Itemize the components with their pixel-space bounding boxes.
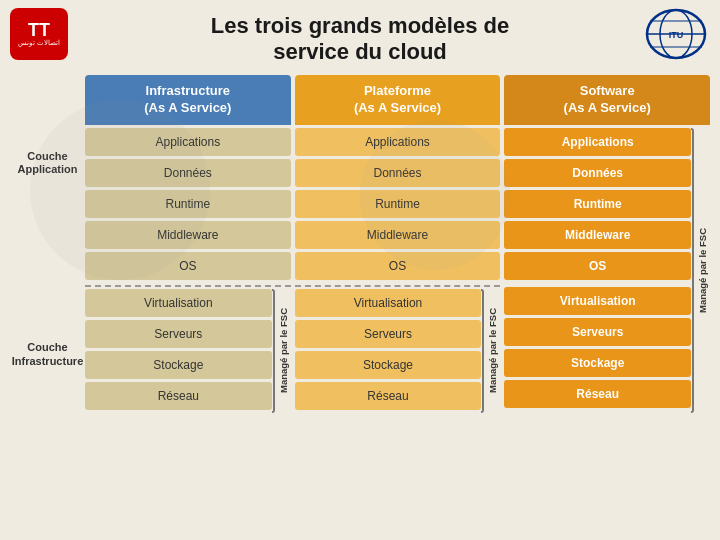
saas-cells: Applications Données Runtime Middleware … [504,128,691,413]
paas-managed-brace: Managé par le FSC [481,289,500,413]
side-labels: Couche Application Couche Infrastructure [10,75,85,413]
tt-logo-arabic: اتصالات تونس [18,39,60,47]
iaas-donnees: Données [85,159,291,187]
iaas-managed-brace: Managé par le FSC [272,289,291,413]
couche-application-label: Couche Application [10,150,85,176]
saas-reseau: Réseau [504,380,691,408]
title-line2: service du cloud [211,39,509,65]
main-content: Couche Application Couche Infrastructure… [0,75,720,418]
saas-managed-label: Managé par le FSC [694,128,710,413]
tt-logo-inner: TT اتصالات تونس [10,8,68,60]
tt-logo-text: TT [28,21,50,39]
paas-donnees: Données [295,159,501,187]
paas-virtualisation: Virtualisation [295,289,482,317]
paas-applications: Applications [295,128,501,156]
paas-middleware: Middleware [295,221,501,249]
saas-virtualisation: Virtualisation [504,287,691,315]
tt-logo: TT اتصالات تونس [10,8,70,63]
iaas-os: OS [85,252,291,280]
paas-column: Plateforme(As A Service) Applications Do… [295,75,501,413]
saas-column-wrap: Software(As A Service) Applications Donn… [504,75,710,413]
iaas-stockage: Stockage [85,351,272,379]
page: TT اتصالات تونس Les trois grands modèles… [0,0,720,540]
paas-runtime: Runtime [295,190,501,218]
saas-middleware: Middleware [504,221,691,249]
paas-serveurs: Serveurs [295,320,482,348]
saas-os: OS [504,252,691,280]
saas-runtime: Runtime [504,190,691,218]
saas-all-managed: Applications Données Runtime Middleware … [504,128,710,413]
iaas-serveurs: Serveurs [85,320,272,348]
iaas-virtualisation: Virtualisation [85,289,272,317]
iaas-runtime: Runtime [85,190,291,218]
paas-stockage: Stockage [295,351,482,379]
columns-container: Infrastructure(As A Service) Application… [85,75,710,413]
paas-header: Plateforme(As A Service) [295,75,501,125]
header: TT اتصالات تونس Les trois grands modèles… [0,0,720,75]
iaas-reseau: Réseau [85,382,272,410]
iaas-column: Infrastructure(As A Service) Application… [85,75,291,413]
iaas-infra-cells: Virtualisation Serveurs Stockage Réseau [85,289,272,413]
iaas-middleware: Middleware [85,221,291,249]
title-line1: Les trois grands modèles de [211,13,509,39]
saas-donnees: Données [504,159,691,187]
iaas-managed-label: Managé par le FSC [275,289,291,413]
paas-reseau: Réseau [295,382,482,410]
paas-divider [295,285,501,287]
saas-serveurs: Serveurs [504,318,691,346]
paas-managed-label: Managé par le FSC [484,289,500,413]
iaas-applications: Applications [85,128,291,156]
couche-infrastructure-label: Couche Infrastructure [10,341,85,367]
page-title: Les trois grands modèles de service du c… [211,13,509,66]
svg-text:ITU: ITU [669,30,684,40]
iaas-header: Infrastructure(As A Service) [85,75,291,125]
itu-logo-svg: ITU [645,8,707,60]
saas-stockage: Stockage [504,349,691,377]
saas-applications: Applications [504,128,691,156]
paas-column-wrap: Plateforme(As A Service) Applications Do… [295,75,501,413]
paas-os: OS [295,252,501,280]
paas-infra-cells: Virtualisation Serveurs Stockage Réseau [295,289,482,413]
paas-infra-managed: Virtualisation Serveurs Stockage Réseau … [295,289,501,413]
saas-managed-brace: Managé par le FSC [691,128,710,413]
saas-header: Software(As A Service) [504,75,710,125]
saas-column: Software(As A Service) Applications Donn… [504,75,710,413]
iaas-divider [85,285,291,287]
iaas-infra-managed: Virtualisation Serveurs Stockage Réseau … [85,289,291,413]
iaas-column-wrap: Infrastructure(As A Service) Application… [85,75,291,413]
itu-logo: ITU [645,8,710,63]
